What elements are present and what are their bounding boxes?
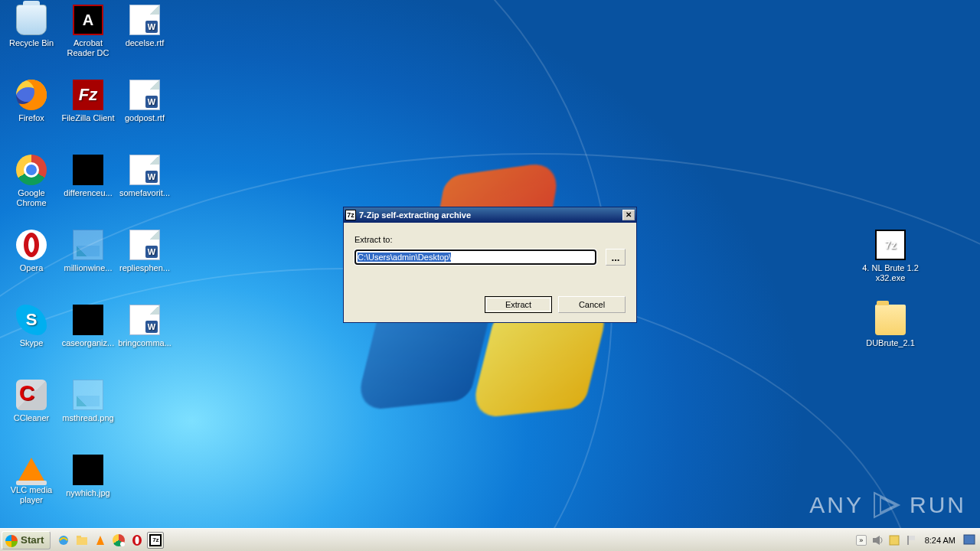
browse-button[interactable]: ... <box>606 249 626 266</box>
icon-label: 4. NL Brute 1.2 x32.exe <box>862 263 919 282</box>
desktop-icon-file[interactable]: millionwine... <box>60 230 116 273</box>
svg-rect-11 <box>907 536 909 545</box>
firefox-icon <box>16 80 47 110</box>
chrome-icon <box>113 534 125 546</box>
cancel-button[interactable]: Cancel <box>558 296 626 313</box>
ie-icon <box>57 534 70 546</box>
icon-label: nywhich.jpg <box>60 488 116 498</box>
adobe-icon: A <box>73 5 103 35</box>
desktop-icon-godpost[interactable]: godpost.rtf <box>116 80 173 123</box>
desktop-icon-somefavorit[interactable]: somefavorit... <box>116 155 173 198</box>
rtf-icon <box>129 80 160 110</box>
system-tray: » 8:24 AM <box>856 534 980 546</box>
chrome-icon <box>16 155 47 185</box>
desktop-icon-firefox[interactable]: Firefox <box>3 80 60 123</box>
svg-rect-10 <box>890 536 899 545</box>
svg-rect-8 <box>873 538 876 543</box>
7z-icon: 7z <box>345 210 356 220</box>
play-icon <box>870 490 903 520</box>
file-icon <box>73 155 103 185</box>
start-button[interactable]: Start <box>2 531 51 549</box>
icon-label: Opera <box>3 263 60 273</box>
desktop-icon-ccleaner[interactable]: CCleaner <box>3 380 60 423</box>
file-icon <box>73 230 103 260</box>
quick-launch-explorer[interactable] <box>74 532 90 549</box>
dialog-titlebar[interactable]: 7z 7-Zip self-extracting archive ✕ <box>344 207 636 223</box>
dialog-7zip-sfx: 7z 7-Zip self-extracting archive ✕ Extra… <box>343 207 637 323</box>
opera-icon <box>131 534 143 546</box>
filezilla-icon: Fz <box>73 80 103 110</box>
desktop-icon-decelse[interactable]: decelse.rtf <box>116 5 173 48</box>
icon-label: millionwine... <box>60 263 116 273</box>
quick-launch-opera[interactable] <box>129 532 145 549</box>
icon-label: somefavorit... <box>116 188 173 198</box>
icon-label: Skype <box>3 338 60 348</box>
recycle-bin-icon <box>16 5 47 35</box>
rtf-icon <box>129 155 160 185</box>
quick-launch-vlc[interactable] <box>92 532 109 549</box>
anyrun-watermark: ANY RUN <box>809 490 966 520</box>
icon-label: CCleaner <box>3 413 60 423</box>
desktop-icon-nlbrute[interactable]: 7z4. NL Brute 1.2 x32.exe <box>862 230 919 282</box>
vlc-icon <box>94 534 106 546</box>
taskbar-item-7zip[interactable]: 7z <box>147 532 164 549</box>
desktop-icon-bringcomma[interactable]: bringcomma... <box>116 305 173 348</box>
svg-rect-4 <box>77 536 81 538</box>
opera-icon <box>16 230 47 260</box>
volume-icon[interactable] <box>871 534 884 546</box>
svg-rect-3 <box>77 537 87 545</box>
icon-label: msthread.png <box>60 413 116 423</box>
desktop-icon-recycle-bin[interactable]: Recycle Bin <box>3 5 60 48</box>
icon-label: DUBrute_2.1 <box>862 338 919 348</box>
taskbar: Start 7z » 8:24 AM <box>0 528 980 551</box>
desktop-icon-filezilla[interactable]: FzFileZilla Client <box>60 80 116 123</box>
desktop-icon-file[interactable]: differenceu... <box>60 155 116 198</box>
taskbar-clock[interactable]: 8:24 AM <box>922 536 959 545</box>
ccleaner-icon <box>16 380 47 410</box>
icon-label: Firefox <box>3 113 60 123</box>
icon-label: caseorganiz... <box>60 338 116 348</box>
desktop-icon-file[interactable]: caseorganiz... <box>60 305 116 348</box>
skype-icon: S <box>16 305 47 335</box>
rtf-icon <box>129 230 160 260</box>
icon-label: Acrobat Reader DC <box>60 38 116 57</box>
svg-rect-12 <box>909 536 915 540</box>
desktop-icon-dubrute[interactable]: DUBrute_2.1 <box>862 305 919 348</box>
image-icon <box>73 380 103 410</box>
desktop-icon-opera[interactable]: Opera <box>3 230 60 273</box>
vlc-icon <box>18 458 45 482</box>
tray-expand-button[interactable]: » <box>856 535 867 546</box>
icon-label: repliesphen... <box>116 263 173 273</box>
7z-icon: 7z <box>149 534 162 546</box>
folder-icon <box>875 305 906 335</box>
desktop-icon-msthread[interactable]: msthread.png <box>60 380 116 423</box>
desktop-icon-acrobat[interactable]: AAcrobat Reader DC <box>60 5 116 57</box>
7z-icon: 7z <box>875 230 906 260</box>
icon-label: decelse.rtf <box>116 38 173 48</box>
extract-path-input[interactable] <box>354 249 596 265</box>
desktop-icon-vlc[interactable]: VLC media player <box>3 455 60 504</box>
quick-launch-ie[interactable] <box>55 532 72 549</box>
extract-button[interactable]: Extract <box>485 296 552 313</box>
image-icon <box>73 455 103 485</box>
rtf-icon <box>129 305 160 335</box>
rtf-icon <box>129 5 160 35</box>
watermark-text-run: RUN <box>910 492 966 518</box>
svg-rect-13 <box>964 535 975 544</box>
desktop-icon-chrome[interactable]: Google Chrome <box>3 155 60 207</box>
icon-label: VLC media player <box>3 485 60 504</box>
desktop-icon-repliesphen[interactable]: repliesphen... <box>116 230 173 273</box>
extract-to-label: Extract to: <box>354 235 626 244</box>
show-desktop-button[interactable] <box>963 534 975 546</box>
folder-icon <box>76 534 88 546</box>
svg-marker-9 <box>876 536 880 545</box>
desktop-icon-nywhich[interactable]: nywhich.jpg <box>60 455 116 498</box>
desktop-icon-skype[interactable]: SSkype <box>3 305 60 348</box>
svg-point-7 <box>136 536 139 544</box>
file-icon <box>73 305 103 335</box>
close-button[interactable]: ✕ <box>622 210 635 220</box>
flag-icon[interactable] <box>905 534 917 546</box>
quick-launch-chrome[interactable] <box>110 532 127 549</box>
watermark-text-any: ANY <box>809 492 864 518</box>
security-icon[interactable] <box>888 534 900 546</box>
